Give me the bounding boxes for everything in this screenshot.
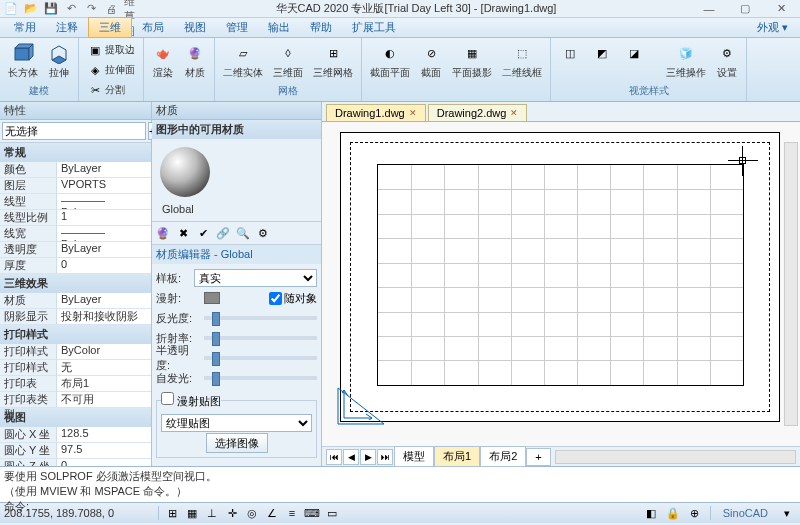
box-button[interactable]: 长方体 [4, 40, 42, 82]
split-button[interactable]: ✂分割 [83, 80, 129, 100]
layout-tab-2[interactable]: 布局2 [480, 446, 526, 467]
prop-row[interactable]: 线型比例1 [0, 210, 151, 226]
prop-value[interactable]: ByLayer [56, 242, 151, 257]
prop-row[interactable]: 线型———— ByLayer [0, 194, 151, 210]
sb-expand-icon[interactable]: ▾ [778, 505, 796, 521]
selection-input[interactable] [2, 122, 146, 140]
material-preview[interactable]: Global [152, 139, 321, 221]
dyn-toggle-icon[interactable]: ⌨ [303, 505, 321, 521]
mat-new-icon[interactable]: 🔮 [154, 224, 172, 242]
qb-undo-icon[interactable]: ↶ [64, 2, 78, 16]
ltab-next-button[interactable]: ▶ [360, 449, 376, 465]
self-slider[interactable] [204, 376, 317, 380]
prop-value[interactable]: 投射和接收阴影 [56, 309, 151, 324]
prop-row[interactable]: 圆心 X 坐标128.5 [0, 427, 151, 443]
otrack-toggle-icon[interactable]: ∠ [263, 505, 281, 521]
extrude-face-button[interactable]: ◈拉伸面 [83, 60, 139, 80]
refr-slider[interactable] [204, 336, 317, 340]
prop-value[interactable]: 0 [56, 459, 151, 466]
prop-row[interactable]: 圆心 Y 坐标97.5 [0, 443, 151, 459]
prop-value[interactable]: 1 [56, 210, 151, 225]
qb-open-icon[interactable]: 📂 [24, 2, 38, 16]
horizontal-scrollbar[interactable] [555, 450, 796, 464]
flatshot-button[interactable]: ▦平面摄影 [448, 40, 496, 82]
prop-value[interactable]: 0 [56, 258, 151, 273]
visual-style1-button[interactable]: ◫ [555, 40, 585, 66]
3dop-button[interactable]: 🧊三维操作 [662, 40, 710, 82]
grid-toggle-icon[interactable]: ▦ [183, 505, 201, 521]
prop-section-header[interactable]: 打印样式 [0, 325, 151, 344]
mesh3d-button[interactable]: ⊞三维网格 [309, 40, 357, 82]
prop-row[interactable]: 打印表附…布局1 [0, 376, 151, 392]
tab-manage[interactable]: 管理 [216, 18, 258, 37]
prop-row[interactable]: 透明度ByLayer [0, 242, 151, 258]
prop-row[interactable]: 厚度0 [0, 258, 151, 274]
close-button[interactable]: ✕ [766, 0, 796, 18]
sample-select[interactable]: 真实 [194, 269, 317, 287]
trans-slider[interactable] [204, 356, 317, 360]
tab-common[interactable]: 常用 [4, 18, 46, 37]
polar-toggle-icon[interactable]: ✛ [223, 505, 241, 521]
layout-tab-1[interactable]: 布局1 [434, 446, 480, 467]
vertical-scrollbar[interactable] [784, 142, 798, 426]
doc-tab-1[interactable]: Drawing1.dwg✕ [326, 104, 426, 121]
maximize-button[interactable]: ▢ [730, 0, 760, 18]
drawing-canvas[interactable] [322, 122, 800, 446]
select-image-button[interactable]: 选择图像 [206, 433, 268, 453]
snap-toggle-icon[interactable]: ⊞ [163, 505, 181, 521]
diffuse-map-check[interactable]: 漫射贴图 [161, 395, 221, 407]
layout-tab-model[interactable]: 模型 [394, 446, 434, 467]
render-button[interactable]: 🫖渲染 [148, 40, 178, 82]
tab-annotate[interactable]: 注释 [46, 18, 88, 37]
qb-print-icon[interactable]: 🖨 [104, 2, 118, 16]
section-plane-button[interactable]: ◐截面平面 [366, 40, 414, 82]
prop-value[interactable]: 布局1 [56, 376, 151, 391]
prop-row[interactable]: 线宽———— ByLayer [0, 226, 151, 242]
tab-help[interactable]: 帮助 [300, 18, 342, 37]
close-tab-icon[interactable]: ✕ [409, 108, 417, 118]
sb-tool2-icon[interactable]: 🔒 [664, 505, 682, 521]
prop-value[interactable]: ———— ByLayer [56, 194, 151, 209]
qb-redo-icon[interactable]: ↷ [84, 2, 98, 16]
mat-apply-icon[interactable]: ✔ [194, 224, 212, 242]
tab-view[interactable]: 视图 [174, 18, 216, 37]
extrude-button[interactable]: 拉伸 [44, 40, 74, 82]
visual-style3-button[interactable]: ◪ [619, 40, 649, 66]
prop-row[interactable]: 打印样式ByColor [0, 344, 151, 360]
prop-section-header[interactable]: 三维效果 [0, 274, 151, 293]
sb-tool3-icon[interactable]: ⊕ [686, 505, 704, 521]
prop-value[interactable]: VPORTS [56, 178, 151, 193]
refl-slider[interactable] [204, 316, 317, 320]
section-button[interactable]: ⊘截面 [416, 40, 446, 82]
doc-tab-2[interactable]: Drawing2.dwg✕ [428, 104, 528, 121]
prop-row[interactable]: 图层VPORTS [0, 178, 151, 194]
prop-section-header[interactable]: 常规 [0, 143, 151, 162]
qb-save-icon[interactable]: 💾 [44, 2, 58, 16]
settings-button[interactable]: ⚙设置 [712, 40, 742, 82]
appearance-dropdown[interactable]: 外观 ▾ [749, 18, 796, 37]
prop-row[interactable]: 打印样式表无 [0, 360, 151, 376]
prop-value[interactable]: 不可用 [56, 392, 151, 407]
command-line[interactable]: 要使用 SOLPROF 必须激活模型空间视口。 （使用 MVIEW 和 MSPA… [0, 466, 800, 502]
face3d-button[interactable]: ◊三维面 [269, 40, 307, 82]
prop-row[interactable]: 材质ByLayer [0, 293, 151, 309]
solid2d-button[interactable]: ▱二维实体 [219, 40, 267, 82]
prop-section-header[interactable]: 视图 [0, 408, 151, 427]
prop-value[interactable]: ByColor [56, 344, 151, 359]
visual-style2-button[interactable]: ◩ [587, 40, 617, 66]
close-tab-icon[interactable]: ✕ [510, 108, 518, 118]
model-toggle-icon[interactable]: ▭ [323, 505, 341, 521]
material-button[interactable]: 🔮材质 [180, 40, 210, 82]
mat-attach-icon[interactable]: 🔗 [214, 224, 232, 242]
prop-row[interactable]: 打印表类型不可用 [0, 392, 151, 408]
prop-value[interactable]: 97.5 [56, 443, 151, 458]
extract-edge-button[interactable]: ▣提取边 [83, 40, 139, 60]
osnap-toggle-icon[interactable]: ◎ [243, 505, 261, 521]
prop-value[interactable]: ByLayer [56, 293, 151, 308]
mat-find-icon[interactable]: 🔍 [234, 224, 252, 242]
qb-sketch-icon[interactable]: 二维草图 [124, 2, 138, 16]
minimize-button[interactable]: — [694, 0, 724, 18]
sb-tool1-icon[interactable]: ◧ [642, 505, 660, 521]
lwt-toggle-icon[interactable]: ≡ [283, 505, 301, 521]
wireframe2d-button[interactable]: ⬚二维线框 [498, 40, 546, 82]
